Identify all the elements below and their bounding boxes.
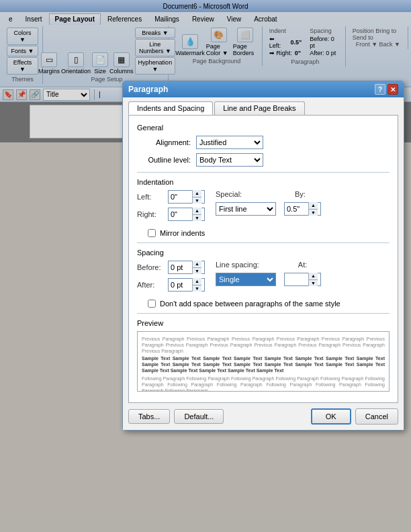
left-indent-up[interactable]: ▲ bbox=[193, 190, 201, 197]
dialog-body: General Alignment: Justified Outline lev… bbox=[128, 115, 398, 403]
mirror-indents-row: Mirror indents bbox=[148, 229, 390, 237]
tab-indents-spacing[interactable]: Indents and Spacing bbox=[128, 101, 213, 115]
special-label: Special: bbox=[216, 190, 249, 198]
preview-sample-text: Sample Text Sample Text Sample Text Samp… bbox=[142, 355, 385, 373]
after-value[interactable] bbox=[169, 279, 192, 291]
before-up[interactable]: ▲ bbox=[193, 261, 201, 268]
mirror-indents-checkbox[interactable] bbox=[148, 229, 156, 237]
before-label: Before: bbox=[137, 263, 163, 271]
alignment-select[interactable]: Justified bbox=[196, 136, 263, 149]
alignment-label: Alignment: bbox=[137, 138, 191, 146]
left-indent-label: Left: bbox=[137, 193, 163, 201]
at-label: At: bbox=[298, 261, 307, 269]
line-spacing-label: Line spacing: bbox=[216, 261, 259, 269]
special-row: Special: By: bbox=[216, 190, 321, 198]
dont-add-space-checkbox[interactable] bbox=[148, 300, 156, 308]
dont-add-space-row: Don't add space between paragraphs of th… bbox=[148, 300, 390, 308]
outline-label: Outline level: bbox=[137, 156, 191, 164]
right-indent-label: Right: bbox=[137, 210, 163, 218]
right-indent-input[interactable]: ▲ ▼ bbox=[168, 208, 205, 221]
after-label: After: bbox=[137, 281, 163, 289]
dialog-title-bar: Paragraph ? ✕ bbox=[123, 81, 404, 97]
alignment-row: Alignment: Justified bbox=[137, 136, 390, 149]
by-value[interactable] bbox=[285, 203, 308, 215]
outline-row: Outline level: Body Text bbox=[137, 153, 390, 167]
special-select[interactable]: First line bbox=[216, 202, 276, 216]
line-spacing-value-row: Single ▲ ▼ bbox=[216, 273, 321, 286]
at-value[interactable] bbox=[285, 273, 308, 285]
before-value[interactable] bbox=[169, 261, 192, 273]
default-button[interactable]: Default... bbox=[174, 409, 224, 424]
help-button[interactable]: ? bbox=[375, 84, 385, 95]
modal-overlay: Paragraph ? ✕ Indents and Spacing Line a… bbox=[0, 0, 411, 532]
indentation-heading: Indentation bbox=[137, 178, 390, 186]
after-input[interactable]: ▲ ▼ bbox=[168, 278, 205, 292]
dialog-footer: Tabs... Default... OK Cancel bbox=[123, 403, 404, 430]
line-spacing-label-row: Line spacing: At: bbox=[216, 261, 321, 269]
at-input[interactable]: ▲ ▼ bbox=[284, 273, 321, 286]
general-heading: General bbox=[137, 124, 390, 132]
before-down[interactable]: ▼ bbox=[193, 268, 201, 275]
spacing-heading: Spacing bbox=[137, 249, 390, 257]
left-indent-row: Left: ▲ ▼ bbox=[137, 190, 205, 204]
by-label: By: bbox=[295, 190, 306, 198]
at-down[interactable]: ▼ bbox=[309, 280, 318, 287]
general-section: General Alignment: Justified Outline lev… bbox=[137, 124, 390, 167]
indentation-rows: Left: ▲ ▼ Right: bbox=[137, 190, 390, 225]
outline-select[interactable]: Body Text bbox=[196, 153, 263, 167]
tab-line-page-breaks[interactable]: Line and Page Breaks bbox=[214, 101, 304, 115]
dialog-tabs: Indents and Spacing Line and Page Breaks bbox=[123, 97, 404, 115]
preview-heading: Preview bbox=[137, 319, 390, 327]
preview-section: Preview Previous Paragraph Previous Para… bbox=[137, 319, 390, 392]
by-down[interactable]: ▼ bbox=[309, 210, 318, 216]
special-value-row: First line ▲ ▼ bbox=[216, 202, 321, 216]
cancel-button[interactable]: Cancel bbox=[355, 408, 398, 425]
preview-gray-bottom: Following Paragraph Following Paragraph … bbox=[142, 375, 385, 392]
by-up[interactable]: ▲ bbox=[309, 202, 318, 210]
spacing-section: Spacing Before: ▲ ▼ bbox=[137, 249, 390, 308]
right-indent-up[interactable]: ▲ bbox=[193, 208, 201, 215]
line-spacing-select[interactable]: Single bbox=[216, 273, 276, 286]
before-input[interactable]: ▲ ▼ bbox=[168, 261, 205, 274]
footer-right: OK Cancel bbox=[311, 408, 398, 425]
left-indent-input[interactable]: ▲ ▼ bbox=[168, 190, 205, 204]
after-row: After: ▲ ▼ bbox=[137, 278, 205, 292]
footer-left: Tabs... Default... bbox=[128, 409, 224, 424]
after-up[interactable]: ▲ bbox=[193, 278, 201, 285]
dialog-title-controls: ? ✕ bbox=[375, 84, 398, 95]
indentation-section: Indentation Left: ▲ ▼ bbox=[137, 178, 390, 237]
tabs-button[interactable]: Tabs... bbox=[128, 409, 170, 424]
right-indent-value[interactable] bbox=[169, 208, 192, 220]
right-indent-down[interactable]: ▼ bbox=[193, 215, 201, 222]
at-up[interactable]: ▲ bbox=[309, 273, 318, 280]
close-button[interactable]: ✕ bbox=[387, 84, 398, 95]
paragraph-dialog: Paragraph ? ✕ Indents and Spacing Line a… bbox=[122, 81, 404, 431]
ok-button[interactable]: OK bbox=[311, 408, 351, 425]
left-indent-down[interactable]: ▼ bbox=[193, 197, 201, 204]
right-indent-row: Right: ▲ ▼ bbox=[137, 208, 205, 221]
dialog-title-text: Paragraph bbox=[128, 85, 168, 94]
by-input[interactable]: ▲ ▼ bbox=[284, 202, 321, 216]
dont-add-space-label: Don't add space between paragraphs of th… bbox=[160, 300, 340, 308]
preview-gray-top: Previous Paragraph Previous Paragraph Pr… bbox=[142, 336, 385, 354]
spacing-rows: Before: ▲ ▼ After: bbox=[137, 261, 390, 296]
before-row: Before: ▲ ▼ bbox=[137, 261, 205, 274]
preview-box: Previous Paragraph Previous Paragraph Pr… bbox=[137, 331, 390, 392]
left-indent-value[interactable] bbox=[169, 191, 192, 203]
after-down[interactable]: ▼ bbox=[193, 285, 201, 292]
mirror-indents-label: Mirror indents bbox=[160, 229, 205, 237]
